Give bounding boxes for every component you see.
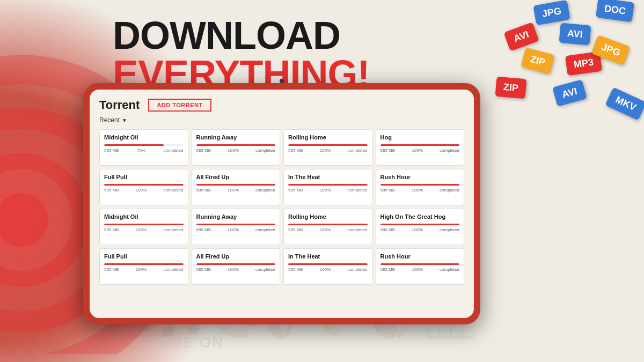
torrent-percent: 100%: [136, 227, 147, 232]
torrent-card[interactable]: Rolling Home 585 MB 100% completed: [283, 209, 372, 245]
torrent-size: 585 MB: [196, 267, 211, 272]
torrent-card[interactable]: Midnight Oil 585 MB 75% completed: [99, 129, 188, 166]
torrent-percent: 100%: [412, 148, 422, 153]
torrent-size: 585 MB: [104, 188, 119, 193]
torrent-progress-fill: [380, 263, 460, 265]
torrent-name: Hog: [380, 134, 460, 141]
torrent-progress-fill: [288, 144, 368, 146]
torrent-percent: 75%: [137, 148, 145, 153]
torrent-size: 585 MB: [196, 188, 211, 193]
torrent-progress-fill: [288, 224, 368, 225]
torrent-percent: 100%: [136, 188, 147, 193]
torrent-meta: 585 MB 100% completed: [288, 267, 368, 272]
file-badge-zip: ZIP: [521, 47, 555, 74]
torrent-progress-bar: [380, 144, 460, 146]
torrent-progress-fill: [196, 263, 276, 265]
torrent-progress-bar: [104, 263, 184, 265]
torrent-percent: 100%: [412, 267, 422, 272]
torrent-name: Midnight Oil: [104, 134, 184, 141]
torrent-card[interactable]: In The Heat 585 MB 100% completed: [283, 169, 372, 205]
torrent-meta: 585 MB 100% completed: [380, 148, 460, 153]
torrent-progress-fill: [196, 224, 276, 225]
torrent-status: completed: [255, 148, 275, 153]
torrent-card[interactable]: High On The Great Hog 585 MB 100% comple…: [376, 209, 465, 245]
torrent-percent: 100%: [228, 188, 238, 193]
torrent-card[interactable]: In The Heat 585 MB 100% completed: [283, 248, 372, 285]
file-badge-jpg: JPG: [533, 0, 570, 25]
torrent-percent: 100%: [136, 267, 147, 272]
torrent-card[interactable]: All Fired Up 585 MB 100% completed: [192, 169, 281, 205]
torrent-size: 585 MB: [380, 267, 396, 272]
torrent-name: In The Heat: [288, 253, 368, 260]
torrent-progress-fill: [380, 224, 460, 225]
torrent-progress-fill: [196, 144, 276, 146]
torrent-meta: 585 MB 100% completed: [288, 188, 368, 193]
torrent-progress-fill: [288, 184, 368, 186]
torrent-progress-bar: [196, 144, 276, 146]
torrent-name: High On The Great Hog: [380, 213, 460, 220]
torrent-status: completed: [440, 227, 459, 232]
torrent-percent: 100%: [320, 267, 331, 272]
torrent-progress-fill: [288, 263, 368, 265]
torrent-name: All Fired Up: [196, 253, 276, 260]
file-badge-avi: AVI: [559, 23, 591, 46]
torrent-percent: 100%: [320, 148, 331, 153]
tablet-device: Torrent ADD TORRENT Recent ▼ Midnight Oi…: [83, 83, 480, 324]
torrent-card[interactable]: Running Away 585 MB 100% completed: [192, 209, 281, 245]
file-badge-avi: AVI: [504, 22, 539, 51]
torrent-progress-bar: [288, 263, 368, 265]
torrent-progress-bar: [196, 184, 276, 186]
torrent-status: completed: [164, 227, 184, 232]
torrent-progress-bar: [380, 184, 460, 186]
torrent-size: 585 MB: [196, 148, 211, 153]
filter-row[interactable]: Recent ▼: [99, 116, 464, 124]
torrent-card[interactable]: Rolling Home 585 MB 100% completed: [283, 129, 372, 166]
torrent-percent: 100%: [228, 148, 238, 153]
torrent-progress-fill: [380, 184, 460, 186]
add-torrent-button[interactable]: ADD TORRENT: [148, 99, 211, 112]
torrent-size: 585 MB: [104, 267, 119, 272]
torrent-meta: 585 MB 100% completed: [104, 267, 184, 272]
torrent-card[interactable]: Rush Hour 585 MB 100% completed: [376, 169, 465, 205]
file-badge-mkv: MKV: [605, 87, 644, 120]
torrent-card[interactable]: Full Pull 585 MB 100% completed: [99, 169, 188, 205]
torrent-status: completed: [348, 188, 368, 193]
torrent-card[interactable]: All Fired Up 585 MB 100% completed: [192, 248, 281, 285]
torrent-card[interactable]: Midnight Oil 585 MB 100% completed: [99, 209, 188, 245]
torrent-card[interactable]: Full Pull 585 MB 100% completed: [99, 248, 188, 285]
torrent-progress-bar: [196, 263, 276, 265]
torrent-name: Full Pull: [104, 174, 184, 181]
tablet-camera: [280, 79, 284, 83]
torrent-card[interactable]: Rush Hour 585 MB 100% completed: [376, 248, 465, 285]
torrent-status: completed: [164, 188, 184, 193]
torrent-card[interactable]: Running Away 585 MB 100% completed: [192, 129, 281, 166]
chevron-down-icon: ▼: [122, 117, 127, 123]
app-header: Torrent ADD TORRENT: [99, 98, 464, 112]
tablet-screen: Torrent ADD TORRENT Recent ▼ Midnight Oi…: [90, 90, 474, 318]
torrent-status: completed: [164, 148, 184, 153]
torrent-progress-fill: [104, 144, 164, 146]
torrent-name: Rush Hour: [380, 174, 460, 181]
torrent-progress-bar: [288, 144, 368, 146]
torrent-progress-fill: [104, 224, 184, 225]
file-badge-avi: AVI: [553, 79, 587, 106]
tablet-outer: Torrent ADD TORRENT Recent ▼ Midnight Oi…: [83, 83, 480, 324]
badges-area: JPGDOCAVIAVIZIPMP3JPGAVIMKVZIP: [472, 0, 644, 129]
torrent-progress-fill: [104, 263, 184, 265]
torrent-progress-bar: [104, 144, 184, 146]
torrent-status: completed: [348, 267, 368, 272]
torrent-name: All Fired Up: [196, 174, 276, 181]
torrent-progress-bar: [380, 263, 460, 265]
torrent-progress-bar: [288, 184, 368, 186]
torrent-progress-bar: [196, 224, 276, 225]
torrent-size: 585 MB: [288, 227, 303, 232]
torrent-status: completed: [164, 267, 184, 272]
torrent-status: completed: [348, 227, 368, 232]
torrent-card[interactable]: Hog 585 MB 100% completed: [376, 129, 465, 166]
torrent-percent: 100%: [228, 227, 238, 232]
torrent-size: 585 MB: [104, 227, 119, 232]
torrent-name: Rush Hour: [380, 253, 460, 260]
torrent-name: Rolling Home: [288, 134, 368, 141]
torrent-name: Midnight Oil: [104, 213, 184, 220]
torrent-meta: 585 MB 100% completed: [196, 227, 276, 232]
